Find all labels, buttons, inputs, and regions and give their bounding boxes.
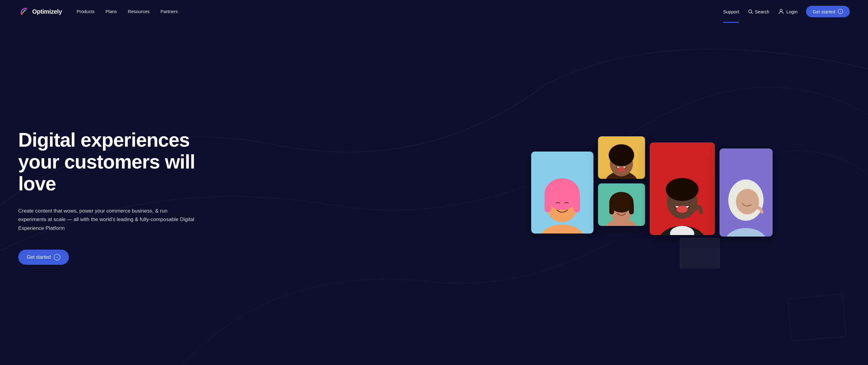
- svg-point-1: [749, 10, 752, 13]
- person-photo-1: [531, 152, 593, 234]
- person-photo-2: [598, 136, 645, 179]
- svg-point-12: [609, 144, 634, 166]
- hero-cta-arrow-icon: ›: [54, 254, 60, 261]
- hero-section: Digital experiences your customers will …: [0, 23, 868, 365]
- nav-link-plans[interactable]: Plans: [105, 9, 117, 14]
- nav-link-resources[interactable]: Resources: [128, 9, 150, 14]
- svg-rect-9: [574, 194, 580, 212]
- svg-point-13: [618, 167, 625, 172]
- photo-card-4: [650, 143, 715, 235]
- hero-cta-button[interactable]: Get started ›: [18, 250, 69, 265]
- hero-title: Digital experiences your customers will …: [18, 129, 225, 195]
- hero-content: Digital experiences your customers will …: [18, 123, 225, 265]
- svg-point-22: [666, 178, 699, 201]
- hero-description: Create content that wows, power your com…: [18, 207, 194, 232]
- nav-link-partners[interactable]: Partners: [161, 9, 178, 14]
- nav-item-plans[interactable]: Plans: [105, 9, 117, 14]
- svg-rect-8: [545, 194, 551, 212]
- svg-point-23: [677, 206, 688, 213]
- svg-point-5: [539, 224, 585, 234]
- logo-icon: [18, 6, 29, 17]
- nav-links: Products Plans Resources Partners: [76, 9, 178, 14]
- photo-card-1: [531, 152, 593, 234]
- search-icon: [748, 9, 753, 14]
- nav-support-link[interactable]: Support: [723, 9, 739, 14]
- logo-text: Optimizely: [32, 8, 62, 15]
- svg-rect-17: [609, 202, 614, 214]
- nav-login-link[interactable]: Login: [778, 8, 798, 15]
- nav-item-products[interactable]: Products: [76, 9, 94, 14]
- logo[interactable]: Optimizely: [18, 6, 62, 17]
- photo-card-2: [598, 136, 645, 179]
- nav-link-products[interactable]: Products: [76, 9, 94, 14]
- corner-decoration: [680, 238, 719, 268]
- person-photo-4: [650, 143, 715, 235]
- navbar: Optimizely Products Plans Resources Part…: [0, 0, 868, 23]
- user-icon: [778, 8, 784, 15]
- cta-arrow-icon: ›: [838, 9, 843, 14]
- hero-images: [365, 23, 868, 365]
- photo-card-5: [719, 149, 773, 237]
- nav-search-link[interactable]: Search: [748, 9, 770, 14]
- nav-item-resources[interactable]: Resources: [128, 9, 150, 14]
- svg-point-26: [736, 189, 759, 214]
- photo-collage: [513, 126, 719, 271]
- svg-point-24: [725, 228, 767, 237]
- photo-card-3: [598, 183, 645, 226]
- svg-rect-18: [629, 202, 634, 214]
- nav-right: Support Search Login Get started ›: [723, 6, 850, 17]
- svg-line-2: [751, 12, 752, 14]
- nav-cta-button[interactable]: Get started ›: [806, 6, 850, 17]
- svg-point-3: [780, 9, 782, 11]
- nav-left: Optimizely Products Plans Resources Part…: [18, 6, 178, 17]
- nav-item-partners[interactable]: Partners: [161, 9, 178, 14]
- person-photo-3: [598, 183, 645, 226]
- person-photo-5: [719, 149, 773, 237]
